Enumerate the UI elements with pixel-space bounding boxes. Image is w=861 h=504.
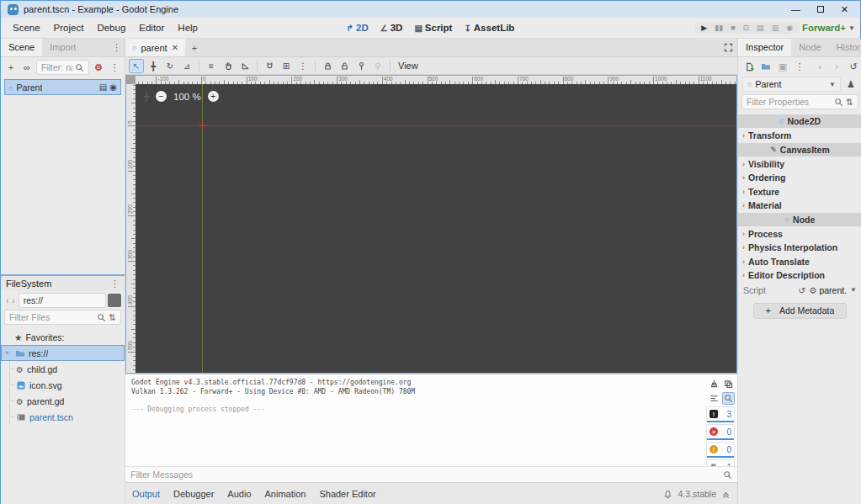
inspector-section-transform[interactable]: ›Transform — [738, 129, 861, 143]
add-metadata-button[interactable]: + Add Metadata — [753, 303, 848, 319]
fs-filter-input[interactable]: Filter Files ⇅ — [4, 310, 121, 325]
maximize-button[interactable] — [817, 6, 824, 13]
inspector-section-auto-translate[interactable]: ›Auto Translate — [738, 255, 861, 269]
workspace-tab-2d[interactable]: ↱2D — [347, 23, 369, 33]
inspector-section-visibility[interactable]: ›Visibility — [738, 157, 861, 172]
pause-button[interactable]: ▮▮ — [715, 24, 723, 32]
view-menu-button[interactable]: View — [395, 61, 422, 71]
inspector-section-process[interactable]: ›Process — [738, 227, 861, 241]
object-history-icon[interactable]: ↺ — [847, 60, 860, 73]
history-back-icon[interactable]: ‹ — [813, 60, 826, 73]
bottom-tab-shader-editor[interactable]: Shader Editor — [319, 489, 375, 499]
tab-import[interactable]: Import — [42, 39, 83, 56]
inspector-section-physics-interpolation[interactable]: ›Physics Interpolation — [738, 241, 861, 255]
load-resource-icon[interactable] — [759, 60, 773, 73]
tab-history[interactable]: History — [829, 39, 861, 56]
viewport-2d[interactable]: -100010020030040050060070080090010001100… — [125, 75, 737, 374]
fs-item-parentgd[interactable]: ⚙parent.gd — [1, 393, 125, 409]
rotate-tool-icon[interactable]: ↻ — [162, 59, 178, 73]
fs-item-res[interactable]: ˅res:// — [1, 345, 125, 361]
fs-item-parenttscn[interactable]: parent.tscn — [1, 409, 125, 425]
pan-tool-icon[interactable] — [221, 59, 236, 73]
fs-item-Favorites[interactable]: ★Favorites: — [1, 329, 125, 345]
select-tool-icon[interactable]: ↖ — [129, 59, 144, 73]
play-custom-scene-button[interactable]: ▥ — [772, 24, 779, 32]
tab-inspector[interactable]: Inspector — [738, 39, 791, 56]
attach-script-button[interactable]: ⚙ — [92, 61, 105, 74]
menu-editor[interactable]: Editor — [132, 18, 171, 38]
collapse-caret-icon[interactable]: ˅ — [5, 349, 12, 357]
property-sort-icon[interactable]: ⇅ — [846, 97, 853, 107]
close-button[interactable]: ✕ — [841, 4, 848, 15]
canvas-area[interactable]: ╋ − 100 % + — [136, 84, 736, 373]
revert-icon[interactable]: ↺ — [798, 285, 805, 295]
tab-scene[interactable]: Scene — [1, 39, 42, 56]
clear-output-icon[interactable] — [708, 378, 720, 390]
inspector-section-ordering[interactable]: ›Ordering — [738, 171, 861, 185]
inspector-section-editor-description[interactable]: ›Editor Description — [738, 268, 861, 283]
inspector-section-material[interactable]: ›Material — [738, 199, 861, 213]
menu-project[interactable]: Project — [47, 18, 91, 38]
scene-node-row[interactable]: ○Parent▤◉ — [4, 79, 121, 95]
copy-output-icon[interactable] — [722, 378, 735, 390]
fs-sort-icon[interactable]: ⇅ — [109, 312, 116, 322]
close-tab-icon[interactable]: ✕ — [172, 43, 178, 52]
unlock-button-icon[interactable] — [337, 59, 352, 73]
move-tool-icon[interactable]: ╋ — [146, 59, 161, 73]
scene-tab-parent[interactable]: ○ parent ✕ — [125, 39, 185, 56]
instance-scene-button[interactable]: ∞ — [20, 61, 34, 74]
scene-tree-options-icon[interactable]: ⋮ — [108, 61, 121, 74]
errors-filter-toggle[interactable]: ×0 — [706, 424, 735, 440]
menu-help[interactable]: Help — [171, 18, 205, 38]
new-resource-icon[interactable] — [742, 60, 756, 73]
scale-tool-icon[interactable]: ⊿ — [179, 59, 194, 73]
workspace-tab-assetlib[interactable]: ↧AssetLib — [464, 23, 514, 33]
ruler-tool-icon[interactable] — [237, 59, 252, 73]
list-select-tool-icon[interactable]: ≡ — [204, 59, 219, 73]
bottom-tab-animation[interactable]: Animation — [265, 489, 306, 499]
workspace-tab-3d[interactable]: ∠3D — [380, 23, 403, 33]
zoom-percent[interactable]: 100 % — [173, 92, 201, 102]
fs-path-field[interactable]: res:// — [19, 293, 106, 308]
bottom-tab-debugger[interactable]: Debugger — [173, 489, 214, 499]
distraction-free-icon[interactable] — [719, 39, 737, 56]
play-scene-button[interactable]: ▤ — [757, 24, 764, 32]
workspace-tab-script[interactable]: ▤Script — [414, 23, 452, 33]
warnings-filter-toggle[interactable]: !0 — [706, 442, 735, 458]
notifications-bell-icon[interactable] — [663, 490, 672, 499]
fs-item-iconsvg[interactable]: icon.svg — [1, 377, 125, 393]
new-scene-tab-button[interactable]: + — [185, 39, 204, 56]
fs-display-mode-button[interactable] — [108, 294, 121, 307]
output-filter-input[interactable]: Filter Messages — [130, 470, 720, 480]
zoom-in-button[interactable]: + — [208, 91, 219, 102]
fs-forward-button[interactable]: › — [12, 296, 14, 305]
movie-maker-button[interactable]: ◉ — [786, 24, 793, 32]
tab-node[interactable]: Node — [791, 39, 828, 56]
renderer-selector[interactable]: Forward+ ▼ — [802, 23, 855, 33]
visibility-eye-icon[interactable]: ◉ — [109, 82, 117, 92]
resource-options-icon[interactable]: ⋮ — [793, 60, 806, 73]
fs-back-button[interactable]: ‹ — [6, 296, 8, 305]
script-property-row[interactable]: Script ↺ ⚙ parent. ▼ — [738, 283, 861, 298]
expand-bottom-panel-icon[interactable] — [721, 490, 731, 499]
save-resource-icon[interactable]: ▣ — [776, 60, 789, 73]
bottom-tab-audio[interactable]: Audio — [227, 489, 251, 499]
object-extra-icon[interactable]: ♟ — [844, 77, 858, 91]
output-search-icon[interactable] — [722, 392, 735, 405]
script-badge-icon[interactable]: ▤ — [99, 82, 107, 92]
bottom-tab-output[interactable]: Output — [132, 489, 160, 499]
collapse-output-icon[interactable] — [708, 392, 720, 405]
history-forward-icon[interactable]: › — [830, 60, 843, 73]
menu-scene[interactable]: Scene — [6, 18, 47, 38]
fs-item-childgd[interactable]: ⚙child.gd — [1, 361, 125, 377]
edited-object-selector[interactable]: ○ Parent ▼ — [742, 77, 841, 92]
play-remote-button[interactable]: ⊡ — [743, 24, 750, 32]
add-node-button[interactable]: + — [4, 61, 18, 74]
stop-button[interactable]: ■ — [731, 24, 735, 32]
lock-button-icon[interactable] — [320, 59, 335, 73]
smart-snap-toggle-icon[interactable] — [262, 59, 277, 73]
play-button[interactable]: ▶ — [701, 24, 707, 32]
messages-filter-toggle[interactable]: !3 — [706, 406, 735, 422]
scene-filter-input[interactable]: Filter: name, — [36, 60, 89, 75]
inspector-section-texture[interactable]: ›Texture — [738, 185, 861, 199]
